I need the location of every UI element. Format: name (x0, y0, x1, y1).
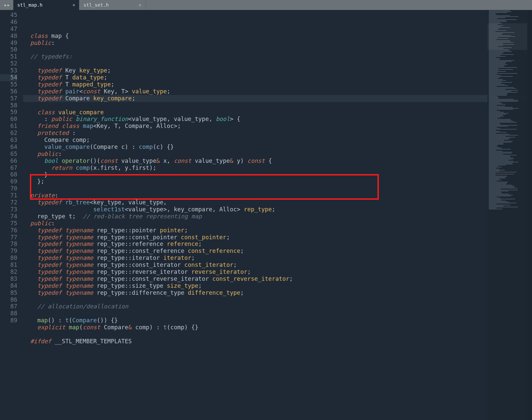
line-number: 76 (0, 227, 17, 234)
nav-fwd-icon[interactable]: ▸ (7, 2, 10, 9)
line-number: 64 (0, 144, 17, 151)
line-number: 70 (0, 185, 17, 192)
line-number: 54 (0, 74, 17, 81)
line-number: 60 (0, 116, 17, 123)
code-line[interactable]: typedef typename rep_type::size_type siz… (23, 282, 532, 289)
code-line[interactable]: Compare comp; (23, 137, 532, 144)
code-line[interactable]: typedef typename rep_type::reverse_itera… (23, 268, 532, 275)
line-number: 49 (0, 40, 17, 47)
code-line[interactable]: typedef typename rep_type::difference_ty… (23, 289, 532, 296)
line-number: 52 (0, 60, 17, 67)
line-number: 57 (0, 95, 17, 102)
code-line[interactable]: typedef typename rep_type::const_reverse… (23, 275, 532, 282)
line-number: 48 (0, 33, 17, 40)
editor-area[interactable]: 4546474849505152535455565758596061626364… (0, 10, 532, 420)
code-line[interactable] (23, 47, 532, 53)
code-line[interactable]: private: (23, 192, 532, 199)
line-number: 53 (0, 67, 17, 74)
code-line[interactable]: } (23, 171, 532, 178)
code-line[interactable]: typedef Key key_type; (23, 67, 532, 74)
line-number: 87 (0, 303, 17, 310)
line-number: 56 (0, 88, 17, 95)
code-line[interactable]: public: (23, 151, 532, 158)
code-line[interactable]: typedef T data_type; (23, 74, 532, 81)
line-number: 62 (0, 130, 17, 137)
line-number: 66 (0, 158, 17, 164)
minimap-viewport[interactable] (487, 23, 527, 50)
code-line[interactable]: typedef typename rep_type::const_pointer… (23, 234, 532, 241)
line-number: 79 (0, 248, 17, 255)
code-line[interactable]: : public binary_function<value_type, val… (23, 116, 532, 123)
code-line[interactable]: map() : t(Compare()) {} (23, 317, 532, 324)
line-number: 77 (0, 234, 17, 241)
tab-bar: ◂ ▸ stl_map.h×stl_set.h× (0, 0, 532, 10)
code-line[interactable]: typedef typename rep_type::pointer point… (23, 227, 532, 234)
close-icon[interactable]: × (139, 2, 141, 9)
code-line[interactable] (23, 185, 532, 192)
code-line[interactable]: typedef pair<const Key, T> value_type; (23, 88, 532, 95)
tab-stl-map-h[interactable]: stl_map.h× (13, 0, 79, 10)
code-line[interactable]: typedef typename rep_type::reference ref… (23, 241, 532, 248)
line-number: 82 (0, 268, 17, 275)
code-line[interactable]: typedef Compare key_compare; (23, 95, 532, 102)
tab-label: stl_set.h (83, 2, 109, 9)
line-number: 45 (0, 12, 17, 19)
line-number: 75 (0, 220, 17, 227)
line-number: 47 (0, 26, 17, 33)
close-icon[interactable]: × (72, 2, 75, 9)
line-number: 72 (0, 199, 17, 206)
code-line[interactable]: // typedefs: (23, 53, 532, 60)
line-number: 68 (0, 171, 17, 178)
vertical-scrollbar[interactable] (527, 10, 532, 420)
code-line[interactable] (23, 60, 532, 67)
line-number: 80 (0, 255, 17, 262)
nav-back-icon[interactable]: ◂ (3, 2, 6, 9)
line-number: 63 (0, 137, 17, 144)
code-line[interactable] (23, 296, 532, 303)
code-line[interactable] (23, 331, 532, 338)
code-line[interactable]: typedef typename rep_type::const_referen… (23, 248, 532, 255)
code-line[interactable]: select1st<value_type>, key_compare, Allo… (23, 206, 532, 213)
code-line[interactable]: return comp(x.first, y.first); (23, 164, 532, 171)
line-number: 69 (0, 178, 17, 185)
code-line[interactable]: friend class map<Key, T, Compare, Alloc>… (23, 123, 532, 130)
line-number: 61 (0, 123, 17, 130)
code-line[interactable]: explicit map(const Compare& comp) : t(co… (23, 324, 532, 331)
code-line[interactable]: class value_compare (23, 109, 532, 116)
code-line[interactable] (23, 102, 532, 109)
code-line[interactable]: public: (23, 220, 532, 227)
code-line[interactable]: }; (23, 178, 532, 185)
code-line[interactable]: #ifdef __STL_MEMBER_TEMPLATES (23, 338, 532, 345)
code-line[interactable]: protected : (23, 130, 532, 137)
code-line[interactable]: typedef typename rep_type::iterator iter… (23, 255, 532, 262)
code-line[interactable] (23, 310, 532, 317)
line-number: 85 (0, 289, 17, 296)
code-line[interactable]: bool operator()(const value_type& x, con… (23, 158, 532, 164)
line-number: 81 (0, 262, 17, 268)
line-number: 67 (0, 164, 17, 171)
code-line[interactable]: value_compare(Compare c) : comp(c) {} (23, 144, 532, 151)
code-line[interactable]: // allocation/deallocation (23, 303, 532, 310)
code-line[interactable]: public: (23, 40, 532, 47)
code-line[interactable]: rep_type t; // red-black tree representi… (23, 213, 532, 220)
code-line[interactable]: typedef typename rep_type::const_iterato… (23, 262, 532, 268)
line-number: 46 (0, 19, 17, 26)
nav-arrows: ◂ ▸ (0, 0, 13, 10)
code-line[interactable]: typedef T mapped_type; (23, 81, 532, 88)
code-line[interactable]: typedef rb_tree<key_type, value_type, (23, 199, 532, 206)
line-number: 71 (0, 192, 17, 199)
line-number: 78 (0, 241, 17, 248)
line-number: 86 (0, 296, 17, 303)
line-number: 65 (0, 151, 17, 158)
line-number: 89 (0, 317, 17, 324)
code-text-area[interactable]: class map { public: // typedefs: typedef… (23, 10, 532, 420)
line-number: 51 (0, 53, 17, 60)
line-number: 55 (0, 81, 17, 88)
code-line[interactable]: class map { (23, 33, 532, 40)
tab-stl-set-h[interactable]: stl_set.h× (79, 0, 146, 10)
line-number: 58 (0, 102, 17, 109)
line-number: 74 (0, 213, 17, 220)
tab-label: stl_map.h (17, 2, 43, 9)
line-number: 83 (0, 275, 17, 282)
minimap[interactable] (487, 10, 527, 420)
